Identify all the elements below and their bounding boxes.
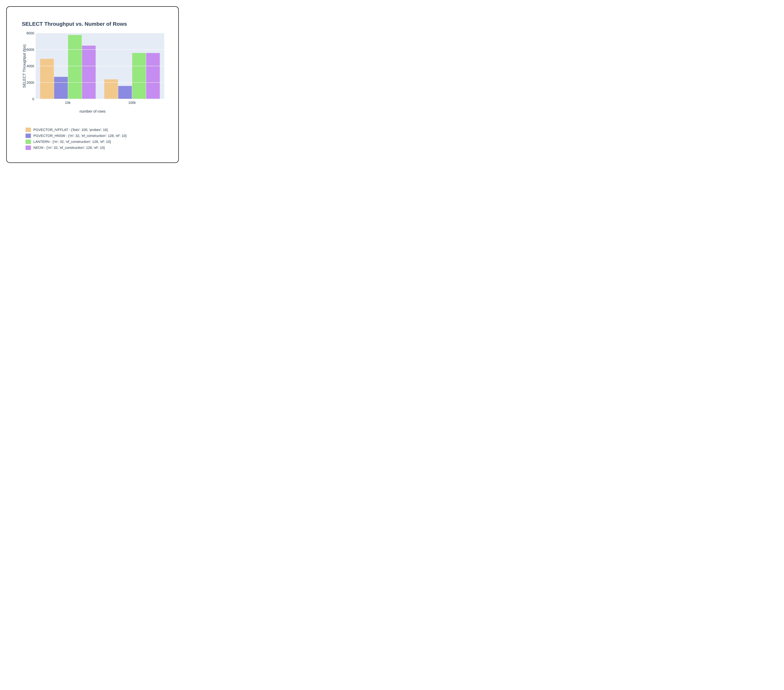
chart-area: SELECT Throughput (tps) 8000600040002000… xyxy=(21,33,164,99)
bar-group xyxy=(36,33,100,99)
bar-group xyxy=(100,33,164,99)
gridline xyxy=(36,33,164,33)
gridline xyxy=(36,66,164,66)
chart-card: SELECT Throughput vs. Number of Rows SEL… xyxy=(6,6,179,163)
legend-item: NEON - {'m': 32, 'ef_construction': 128,… xyxy=(26,145,164,150)
y-axis-ticks: 80006000400020000 xyxy=(26,33,36,99)
legend-label: LANTERN - {'m': 32, 'ef_construction': 1… xyxy=(33,140,111,144)
bar xyxy=(68,35,82,99)
legend-item: PGVECTOR_IVFFLAT - {'lists': 100, 'probe… xyxy=(26,128,164,132)
legend-swatch xyxy=(26,133,31,138)
x-axis-ticks: 10k100k xyxy=(36,99,164,105)
gridline xyxy=(36,49,164,50)
legend-item: PGVECTOR_HNSW - {'m': 32, 'ef_constructi… xyxy=(26,133,164,138)
plot-area xyxy=(36,33,164,99)
bar xyxy=(146,53,160,99)
legend: PGVECTOR_IVFFLAT - {'lists': 100, 'probe… xyxy=(26,128,164,150)
legend-item: LANTERN - {'m': 32, 'ef_construction': 1… xyxy=(26,140,164,144)
bars-container xyxy=(36,33,164,99)
x-tick: 100k xyxy=(100,99,164,105)
legend-swatch xyxy=(26,128,31,132)
legend-label: NEON - {'m': 32, 'ef_construction': 128,… xyxy=(33,146,105,150)
legend-label: PGVECTOR_IVFFLAT - {'lists': 100, 'probe… xyxy=(33,128,108,132)
bar xyxy=(40,59,54,99)
chart-title: SELECT Throughput vs. Number of Rows xyxy=(22,21,164,27)
bar xyxy=(132,53,146,99)
x-tick: 10k xyxy=(36,99,100,105)
bar xyxy=(118,86,132,99)
x-axis: 10k100k xyxy=(21,99,164,105)
bar xyxy=(54,77,68,99)
bar xyxy=(82,46,96,99)
legend-swatch xyxy=(26,140,31,144)
x-axis-label: number of rows xyxy=(21,109,164,114)
legend-label: PGVECTOR_HNSW - {'m': 32, 'ef_constructi… xyxy=(33,134,127,138)
y-axis-label: SELECT Throughput (tps) xyxy=(21,33,26,99)
legend-swatch xyxy=(26,145,31,150)
